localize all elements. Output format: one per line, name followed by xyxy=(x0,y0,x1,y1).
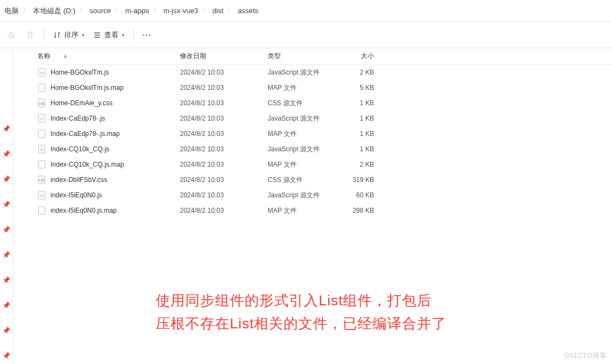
file-type: MAP 文件 xyxy=(263,206,335,215)
file-type: MAP 文件 xyxy=(263,83,335,93)
file-name: Index-CQ10k_CQ.js xyxy=(50,145,109,153)
file-date: 2024/8/2 10:03 xyxy=(176,191,263,199)
file-row[interactable]: JSindex-I5iEq0N0.js2024/8/2 10:03JavaScr… xyxy=(33,187,611,203)
file-row[interactable]: JSIndex-CQ10k_CQ.js2024/8/2 10:03JavaScr… xyxy=(33,141,611,157)
file-name: index-I5iEq0N0.js.map xyxy=(50,207,117,214)
file-date: 2024/8/2 10:03 xyxy=(176,161,263,168)
file-list: JSHome-BGOkxlTm.js2024/8/2 10:03JavaScri… xyxy=(33,65,611,218)
divider xyxy=(44,29,44,41)
sort-label: 排序 xyxy=(64,30,78,40)
file-name-cell: JSIndex-CQ10k_CQ.js xyxy=(33,145,176,153)
view-label: 查看 xyxy=(104,30,118,40)
share-icon[interactable] xyxy=(7,30,16,40)
view-button[interactable]: 查看 ▾ xyxy=(93,30,125,40)
crumb-5[interactable]: dist xyxy=(212,7,223,15)
file-size: 298 KB xyxy=(335,207,378,214)
pin-icon[interactable]: 📌 xyxy=(2,251,10,259)
svg-text:CSS: CSS xyxy=(39,179,45,182)
file-type: JavaScript 源文件 xyxy=(263,145,335,154)
col-date[interactable]: 修改日期 xyxy=(176,52,263,61)
file-icon: JS xyxy=(37,114,46,123)
file-row[interactable]: index-I5iEq0N0.js.map2024/8/2 10:03MAP 文… xyxy=(33,203,611,218)
crumb-0[interactable]: 电脑 xyxy=(4,6,19,16)
file-date: 2024/8/2 10:03 xyxy=(176,130,263,138)
file-name: Index-CaEdp78-.js xyxy=(50,115,105,122)
file-icon xyxy=(37,160,46,169)
file-type: MAP 文件 xyxy=(263,160,335,169)
chevron-right-icon: 〉 xyxy=(80,7,85,15)
more-button[interactable]: ··· xyxy=(143,31,152,39)
file-name-cell: CSSHome-DEmAie_y.css xyxy=(33,99,176,107)
breadcrumb: 电脑 〉 本地磁盘 (D:) 〉 source 〉 m-apps 〉 m-jsx… xyxy=(0,0,611,22)
file-name-cell: Index-CQ10k_CQ.js.map xyxy=(33,160,176,169)
annotation-line1: 使用同步组件的形式引入List组件，打包后 xyxy=(156,289,446,312)
file-name: Index-CaEdp78-.js.map xyxy=(50,130,120,138)
file-name-cell: JSHome-BGOkxlTm.js xyxy=(33,68,176,77)
pin-icon[interactable]: 📌 xyxy=(2,150,10,158)
svg-text:JS: JS xyxy=(39,194,43,197)
pin-icon[interactable]: 📌 xyxy=(2,175,10,183)
file-type: JavaScript 源文件 xyxy=(263,114,335,123)
toolbar: 排序 ▾ 查看 ▾ ··· xyxy=(0,22,611,48)
file-icon: CSS xyxy=(37,175,46,184)
file-size: 1 KB xyxy=(335,115,378,122)
file-row[interactable]: Index-CQ10k_CQ.js.map2024/8/2 10:03MAP 文… xyxy=(33,157,611,172)
file-name-cell: JSIndex-CaEdp78-.js xyxy=(33,114,176,123)
file-icon xyxy=(37,206,46,215)
file-row[interactable]: CSSindex-DbilFSbV.css2024/8/2 10:03CSS 源… xyxy=(33,172,611,187)
file-icon xyxy=(37,129,46,138)
pin-icon[interactable]: 📌 xyxy=(2,125,10,133)
file-size: 319 KB xyxy=(335,176,378,184)
file-date: 2024/8/2 10:03 xyxy=(176,176,263,184)
file-date: 2024/8/2 10:03 xyxy=(176,145,263,153)
chevron-right-icon: 〉 xyxy=(115,7,121,15)
divider xyxy=(133,29,134,41)
col-size[interactable]: 大小 xyxy=(335,52,378,61)
file-size: 60 KB xyxy=(335,191,378,199)
file-row[interactable]: Index-CaEdp78-.js.map2024/8/2 10:03MAP 文… xyxy=(33,126,611,141)
pin-icon[interactable]: 📌 xyxy=(2,226,10,234)
col-type[interactable]: 类型 xyxy=(263,52,335,61)
file-name: Home-BGOkxlTm.js xyxy=(50,69,109,76)
crumb-2[interactable]: source xyxy=(89,7,111,15)
file-row[interactable]: JSIndex-CaEdp78-.js2024/8/2 10:03JavaScr… xyxy=(33,111,611,126)
file-icon: JS xyxy=(37,145,46,153)
quick-access-bar: 📌 📌 📌 📌 📌 📌 📌 📌 📌 📌 📌 xyxy=(0,48,13,364)
crumb-3[interactable]: m-apps xyxy=(125,7,149,15)
annotation-text: 使用同步组件的形式引入List组件，打包后 压根不存在List相关的文件，已经编… xyxy=(156,289,446,335)
file-icon: CSS xyxy=(37,99,46,107)
chevron-right-icon: 〉 xyxy=(202,7,208,15)
file-date: 2024/8/2 10:03 xyxy=(176,84,263,92)
file-row[interactable]: Home-BGOkxlTm.js.map2024/8/2 10:03MAP 文件… xyxy=(33,80,611,95)
svg-rect-15 xyxy=(38,207,45,214)
pin-icon[interactable]: 📌 xyxy=(2,327,10,334)
file-row[interactable]: JSHome-BGOkxlTm.js2024/8/2 10:03JavaScri… xyxy=(33,65,611,80)
file-name: index-I5iEq0N0.js xyxy=(50,191,102,199)
pin-icon[interactable]: 📌 xyxy=(2,302,10,309)
file-date: 2024/8/2 10:03 xyxy=(176,69,263,76)
file-name-cell: JSindex-I5iEq0N0.js xyxy=(33,191,176,200)
delete-icon[interactable] xyxy=(25,30,35,40)
crumb-1[interactable]: 本地磁盘 (D:) xyxy=(33,6,75,16)
crumb-4[interactable]: m-jsx-vue3 xyxy=(163,7,199,15)
column-headers: 名称 ∧ 修改日期 类型 大小 xyxy=(33,48,611,65)
chevron-right-icon: 〉 xyxy=(23,7,29,15)
svg-rect-7 xyxy=(38,130,45,138)
pin-icon[interactable]: 📌 xyxy=(2,276,10,284)
file-name: Home-DEmAie_y.css xyxy=(50,99,112,107)
svg-text:JS: JS xyxy=(39,71,43,75)
chevron-right-icon: 〉 xyxy=(154,7,159,15)
file-type: JavaScript 源文件 xyxy=(263,68,335,77)
file-icon: JS xyxy=(37,68,46,77)
pin-icon[interactable]: 📌 xyxy=(2,201,10,208)
file-size: 5 KB xyxy=(335,84,378,92)
watermark: ©51CTO博客 xyxy=(564,351,607,361)
file-name-cell: Home-BGOkxlTm.js.map xyxy=(33,83,176,92)
file-row[interactable]: CSSHome-DEmAie_y.css2024/8/2 10:03CSS 源文… xyxy=(33,95,611,111)
svg-rect-10 xyxy=(38,161,45,168)
crumb-6[interactable]: assets xyxy=(237,7,258,15)
chevron-down-icon: ▾ xyxy=(82,32,84,38)
col-name[interactable]: 名称 ∧ xyxy=(33,52,176,61)
pin-icon[interactable]: 📌 xyxy=(2,352,10,360)
sort-button[interactable]: 排序 ▾ xyxy=(53,30,84,40)
